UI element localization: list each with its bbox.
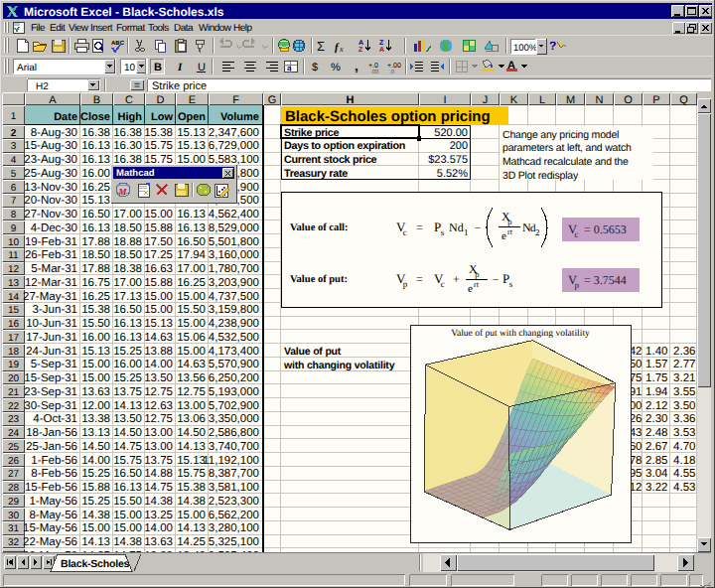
svg-text:23-Aug-30: 23-Aug-30 xyxy=(24,154,77,166)
svg-text:16.50: 16.50 xyxy=(113,468,142,480)
svg-text:15.00: 15.00 xyxy=(81,522,110,534)
svg-text:30: 30 xyxy=(8,511,20,521)
svg-text:C: C xyxy=(125,94,133,106)
svg-text:13.88: 13.88 xyxy=(144,346,173,358)
svg-text:Help: Help xyxy=(233,23,253,34)
svg-text:15.00: 15.00 xyxy=(81,359,110,370)
svg-text:22-May-56: 22-May-56 xyxy=(23,536,77,548)
svg-text:27-May-31: 27-May-31 xyxy=(23,291,77,303)
svg-text:4.55: 4.55 xyxy=(673,468,695,480)
svg-text:4.70: 4.70 xyxy=(673,441,695,453)
svg-text:23: 23 xyxy=(8,414,20,425)
svg-text:15.75: 15.75 xyxy=(177,468,206,480)
svg-text:5-Mar-31: 5-Mar-31 xyxy=(31,263,77,275)
svg-text:15.00: 15.00 xyxy=(177,346,206,358)
svg-text:5,501,800: 5,501,800 xyxy=(209,236,259,248)
svg-text:27: 27 xyxy=(8,469,20,480)
svg-text:12: 12 xyxy=(8,264,20,275)
svg-text:15.13: 15.13 xyxy=(144,318,173,330)
svg-text:12.75: 12.75 xyxy=(144,413,173,425)
svg-text:12.00: 12.00 xyxy=(81,400,110,412)
svg-text:Q: Q xyxy=(679,94,688,106)
svg-text:27-Nov-30: 27-Nov-30 xyxy=(24,209,77,220)
svg-text:14.00: 14.00 xyxy=(144,522,173,534)
svg-text:8-Aug-30: 8-Aug-30 xyxy=(31,127,77,139)
svg-text:15-Feb-56: 15-Feb-56 xyxy=(25,482,77,494)
svg-text:14.63: 14.63 xyxy=(144,332,173,344)
svg-text:12.75: 12.75 xyxy=(144,386,173,398)
svg-text:31: 31 xyxy=(8,523,20,534)
svg-text:15.00: 15.00 xyxy=(144,209,173,220)
svg-text:16.50: 16.50 xyxy=(81,209,110,220)
svg-text:15.88: 15.88 xyxy=(144,277,173,289)
svg-text:p: p xyxy=(507,217,511,226)
svg-text:p: p xyxy=(575,280,580,290)
svg-text:1-May-56: 1-May-56 xyxy=(29,496,77,508)
svg-text:15.50: 15.50 xyxy=(113,496,142,508)
svg-text:9: 9 xyxy=(11,223,17,234)
svg-text:15.00: 15.00 xyxy=(177,510,206,521)
svg-text:15.25: 15.25 xyxy=(113,372,142,384)
svg-text:14.13: 14.13 xyxy=(177,441,206,453)
svg-text:6: 6 xyxy=(11,183,17,194)
svg-text:B: B xyxy=(154,62,162,74)
svg-text:Black-Scholes option pricing: Black-Scholes option pricing xyxy=(285,108,491,125)
svg-text:14.50: 14.50 xyxy=(177,427,206,439)
svg-text:10: 10 xyxy=(8,237,20,248)
svg-text:17.13: 17.13 xyxy=(113,291,142,303)
svg-text:x: x xyxy=(339,45,344,54)
svg-text:29: 29 xyxy=(8,497,20,508)
svg-text:2.85: 2.85 xyxy=(645,455,667,467)
svg-text:Value of put: Value of put xyxy=(284,346,342,358)
svg-text:e: e xyxy=(468,283,473,295)
svg-text:23-Sep-31: 23-Sep-31 xyxy=(24,386,77,398)
svg-text:4,737,500: 4,737,500 xyxy=(209,291,259,303)
svg-text:5,702,900: 5,702,900 xyxy=(209,400,259,412)
svg-text:13: 13 xyxy=(8,278,20,289)
svg-text:15.00: 15.00 xyxy=(177,291,206,303)
svg-text:3,740,700: 3,740,700 xyxy=(209,441,259,453)
svg-text:15.50: 15.50 xyxy=(81,318,110,330)
svg-text:11,192,100: 11,192,100 xyxy=(203,455,259,467)
svg-text:.0: .0 xyxy=(389,69,395,75)
svg-text:5,570,900: 5,570,900 xyxy=(209,359,259,370)
svg-text:15.00: 15.00 xyxy=(144,304,173,316)
svg-text:16.13: 16.13 xyxy=(177,222,206,234)
svg-text:c: c xyxy=(403,227,407,237)
svg-text:26-Feb-31: 26-Feb-31 xyxy=(25,249,77,261)
svg-text:Black-Scholes: Black-Scholes xyxy=(61,558,130,570)
svg-text:16.13: 16.13 xyxy=(113,332,142,344)
svg-text:Tools: Tools xyxy=(148,23,169,34)
svg-text:14.75: 14.75 xyxy=(113,441,142,453)
svg-text:12.63: 12.63 xyxy=(144,400,173,412)
svg-text:3D Plot redisplay: 3D Plot redisplay xyxy=(502,170,579,182)
svg-text:18: 18 xyxy=(8,347,20,358)
svg-text:14.13: 14.13 xyxy=(177,522,206,534)
svg-text:View: View xyxy=(69,23,89,34)
svg-text:F: F xyxy=(232,94,239,106)
svg-text:2.67: 2.67 xyxy=(645,441,667,453)
svg-text:16.75: 16.75 xyxy=(81,277,110,289)
svg-text:14.38: 14.38 xyxy=(81,510,110,521)
svg-text:3.21: 3.21 xyxy=(673,372,695,384)
svg-text:16: 16 xyxy=(8,319,20,330)
svg-text:17.00: 17.00 xyxy=(113,277,142,289)
svg-text:6,729,000: 6,729,000 xyxy=(209,140,259,152)
svg-text:18.88: 18.88 xyxy=(113,236,142,248)
svg-text:13.63: 13.63 xyxy=(81,386,110,398)
svg-text:3.53: 3.53 xyxy=(673,427,695,439)
svg-text:Change any pricing model: Change any pricing model xyxy=(502,129,619,141)
svg-text:15.38: 15.38 xyxy=(81,304,110,316)
svg-text:Treasury rate: Treasury rate xyxy=(284,168,348,180)
svg-text:11: 11 xyxy=(8,250,19,261)
svg-text:4-Dec-30: 4-Dec-30 xyxy=(31,222,77,234)
svg-text:14.25: 14.25 xyxy=(177,536,206,548)
svg-text:15.25: 15.25 xyxy=(81,496,110,508)
svg-text:8,387,700: 8,387,700 xyxy=(209,468,259,480)
svg-text:G: G xyxy=(268,94,277,106)
svg-text:1: 1 xyxy=(11,111,17,122)
svg-text:100%: 100% xyxy=(513,43,538,54)
svg-text:15.13: 15.13 xyxy=(81,346,110,358)
svg-text:Value of put:: Value of put: xyxy=(290,274,348,285)
svg-text:14.50: 14.50 xyxy=(113,427,142,439)
